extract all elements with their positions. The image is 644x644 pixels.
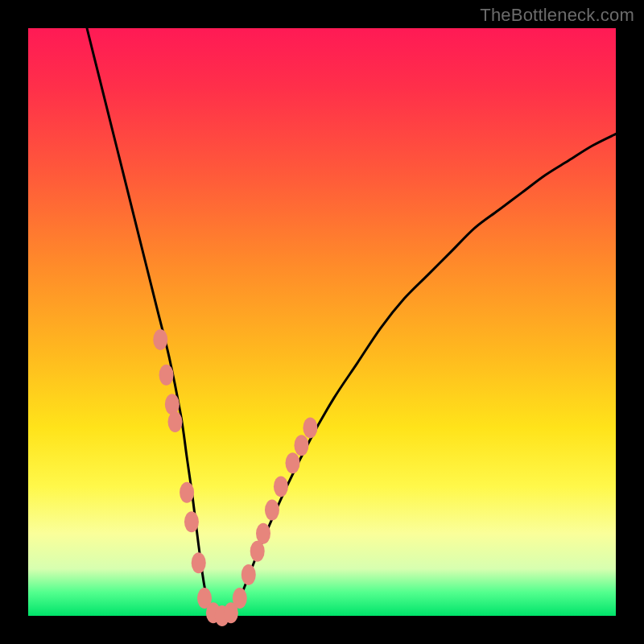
curve-marker [286,452,300,473]
plot-area [28,28,616,616]
curve-markers [153,329,317,626]
chart-frame: TheBottleneck.com [0,0,644,644]
curve-marker [256,523,270,544]
curve-marker [165,394,180,415]
bottleneck-curve [87,28,616,617]
curve-marker [180,482,194,503]
curve-marker [192,552,206,573]
curve-marker [184,511,199,532]
curve-marker [242,564,256,585]
curve-marker [153,329,167,350]
curve-marker [159,365,174,386]
curve-marker [274,476,288,497]
watermark-label: TheBottleneck.com [480,5,634,26]
curve-marker [294,435,308,456]
curve-marker [168,411,183,432]
curve-marker [233,588,247,609]
curve-marker [265,500,279,521]
curve-svg [28,28,616,616]
curve-marker [303,417,317,438]
